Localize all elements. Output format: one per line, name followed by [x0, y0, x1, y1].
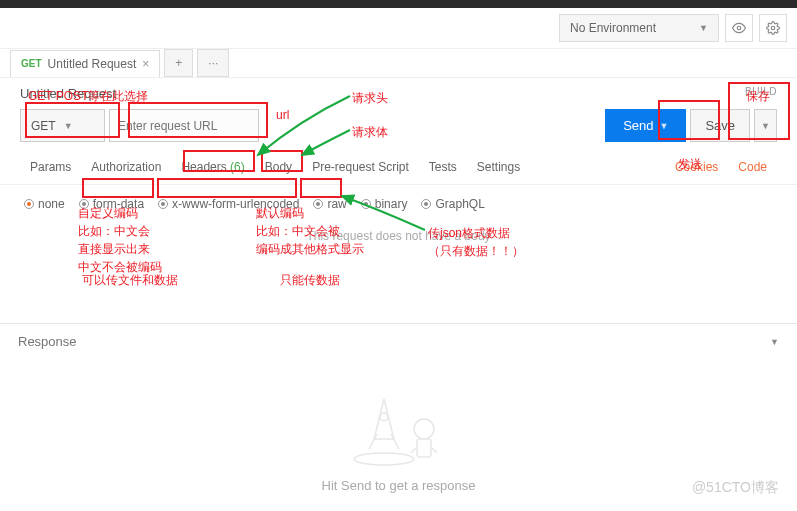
radio-none[interactable]: none — [20, 195, 69, 213]
method-select[interactable]: GET ▼ — [20, 109, 105, 142]
radio-urlencoded[interactable]: x-www-form-urlencoded — [154, 195, 303, 213]
new-tab-button[interactable]: + — [164, 49, 193, 77]
request-tabs: GET Untitled Request × + ··· — [0, 49, 797, 78]
chevron-down-icon: ▼ — [761, 121, 770, 131]
save-button[interactable]: Save — [690, 109, 750, 142]
send-label: Send — [623, 118, 653, 133]
response-label: Response — [18, 334, 77, 349]
tab-authorization[interactable]: Authorization — [81, 156, 171, 178]
send-button[interactable]: Send ▼ — [605, 109, 686, 142]
save-menu-button[interactable]: ▼ — [754, 109, 777, 142]
body-type-row: none form-data x-www-form-urlencoded raw… — [0, 185, 797, 223]
tab-method: GET — [21, 58, 42, 69]
request-title: Untitled Request — [20, 86, 116, 101]
radio-icon — [79, 199, 89, 209]
hit-send-text: Hit Send to get a response — [0, 478, 797, 493]
method-value: GET — [31, 119, 56, 133]
code-link[interactable]: Code — [728, 156, 777, 178]
radio-icon — [24, 199, 34, 209]
chevron-down-icon: ▼ — [64, 121, 73, 131]
radio-binary[interactable]: binary — [357, 195, 412, 213]
chevron-down-icon: ▼ — [699, 23, 708, 33]
tab-title: Untitled Request — [48, 57, 137, 71]
radio-raw[interactable]: raw — [309, 195, 350, 213]
cookies-link[interactable]: Cookies — [665, 156, 728, 178]
headers-count: (6) — [230, 160, 245, 174]
response-body: Hit Send to get a response — [0, 359, 797, 503]
tab-body[interactable]: Body — [255, 156, 302, 178]
app-topbar — [0, 0, 797, 8]
environment-bar: No Environment ▼ — [0, 8, 797, 49]
tab-params[interactable]: Params — [20, 156, 81, 178]
close-icon[interactable]: × — [142, 57, 149, 71]
tab-menu-button[interactable]: ··· — [197, 49, 229, 77]
tab-headers[interactable]: Headers (6) — [171, 156, 254, 178]
radio-formdata[interactable]: form-data — [75, 195, 148, 213]
build-link[interactable]: BUILD — [745, 86, 777, 101]
chevron-down-icon: ▼ — [770, 337, 779, 347]
svg-point-0 — [737, 26, 741, 30]
tab-settings[interactable]: Settings — [467, 156, 530, 178]
environment-select[interactable]: No Environment ▼ — [559, 14, 719, 42]
url-input[interactable] — [109, 109, 259, 142]
rocket-illustration-icon — [339, 379, 459, 469]
request-tab[interactable]: GET Untitled Request × — [10, 50, 160, 77]
svg-point-3 — [380, 413, 388, 421]
headers-label: Headers — [181, 160, 226, 174]
save-label: Save — [705, 118, 735, 133]
radio-icon — [361, 199, 371, 209]
eye-icon[interactable] — [725, 14, 753, 42]
url-row: GET ▼ Send ▼ Save ▼ — [0, 105, 797, 146]
radio-icon — [158, 199, 168, 209]
watermark: @51CTO博客 — [692, 479, 779, 497]
gear-icon[interactable] — [759, 14, 787, 42]
svg-point-1 — [771, 26, 775, 30]
radio-icon — [421, 199, 431, 209]
radio-graphql[interactable]: GraphQL — [417, 195, 488, 213]
response-bar[interactable]: Response ▼ — [0, 323, 797, 359]
svg-rect-5 — [417, 439, 431, 457]
svg-point-2 — [354, 453, 414, 465]
chevron-down-icon: ▼ — [660, 121, 669, 131]
environment-label: No Environment — [570, 21, 656, 35]
no-body-message: This request does not have a body — [0, 223, 797, 263]
tab-prerequest[interactable]: Pre-request Script — [302, 156, 419, 178]
request-subtabs: Params Authorization Headers (6) Body Pr… — [0, 146, 797, 185]
svg-point-4 — [414, 419, 434, 439]
tab-tests[interactable]: Tests — [419, 156, 467, 178]
radio-icon — [313, 199, 323, 209]
request-title-row: Untitled Request BUILD — [0, 78, 797, 105]
